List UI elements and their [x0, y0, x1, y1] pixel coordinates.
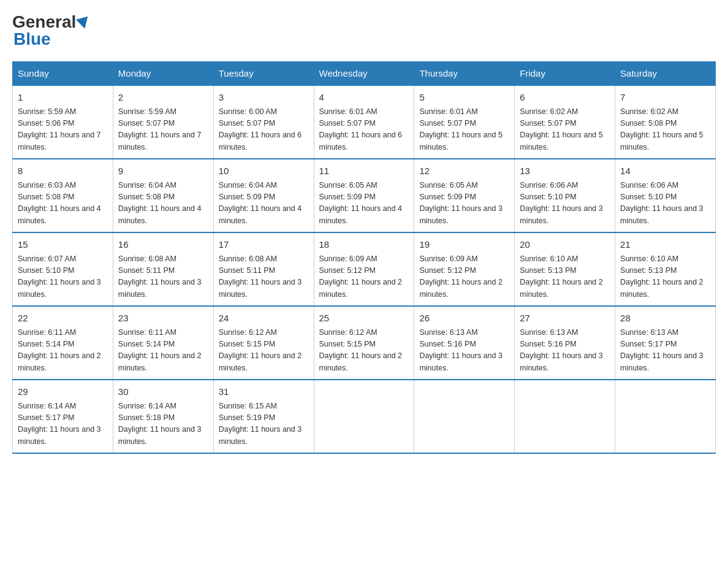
logo-triangle-icon: [76, 17, 91, 31]
calendar-cell: 20 Sunrise: 6:10 AM Sunset: 5:13 PM Dayl…: [515, 232, 615, 306]
calendar-cell: 6 Sunrise: 6:02 AM Sunset: 5:07 PM Dayli…: [515, 85, 615, 159]
day-number: 31: [219, 385, 309, 399]
calendar-cell: 7 Sunrise: 6:02 AM Sunset: 5:08 PM Dayli…: [615, 85, 716, 159]
day-number: 7: [620, 91, 710, 105]
day-number: 21: [620, 238, 710, 252]
header-sunday: Sunday: [13, 62, 113, 86]
header-wednesday: Wednesday: [314, 62, 414, 86]
day-number: 27: [520, 312, 610, 326]
calendar-cell: 15 Sunrise: 6:07 AM Sunset: 5:10 PM Dayl…: [13, 232, 113, 306]
calendar-cell: 27 Sunrise: 6:13 AM Sunset: 5:16 PM Dayl…: [515, 306, 615, 380]
calendar-cell: 10 Sunrise: 6:04 AM Sunset: 5:09 PM Dayl…: [213, 159, 314, 232]
calendar-cell: 1 Sunrise: 5:59 AM Sunset: 5:06 PM Dayli…: [13, 85, 113, 159]
day-number: 2: [118, 91, 208, 105]
day-number: 30: [118, 385, 208, 399]
day-number: 18: [319, 238, 409, 252]
day-number: 29: [18, 385, 108, 399]
day-number: 24: [219, 312, 309, 326]
calendar-cell: 8 Sunrise: 6:03 AM Sunset: 5:08 PM Dayli…: [13, 159, 113, 232]
calendar-cell: 25 Sunrise: 6:12 AM Sunset: 5:15 PM Dayl…: [314, 306, 414, 380]
day-number: 8: [18, 164, 108, 178]
day-number: 3: [219, 91, 309, 105]
cell-info: Sunrise: 5:59 AM Sunset: 5:07 PM Dayligh…: [118, 106, 208, 154]
calendar-cell: [314, 380, 414, 453]
calendar-cell: 11 Sunrise: 6:05 AM Sunset: 5:09 PM Dayl…: [314, 159, 414, 232]
cell-info: Sunrise: 6:08 AM Sunset: 5:11 PM Dayligh…: [118, 253, 208, 301]
logo: General Blue: [12, 12, 89, 49]
cell-info: Sunrise: 6:14 AM Sunset: 5:17 PM Dayligh…: [18, 400, 108, 448]
calendar-week-row: 29 Sunrise: 6:14 AM Sunset: 5:17 PM Dayl…: [13, 380, 716, 453]
cell-info: Sunrise: 6:02 AM Sunset: 5:07 PM Dayligh…: [520, 106, 610, 154]
cell-info: Sunrise: 6:12 AM Sunset: 5:15 PM Dayligh…: [319, 327, 409, 375]
calendar-cell: 21 Sunrise: 6:10 AM Sunset: 5:13 PM Dayl…: [615, 232, 716, 306]
cell-info: Sunrise: 6:14 AM Sunset: 5:18 PM Dayligh…: [118, 400, 208, 448]
calendar-cell: 22 Sunrise: 6:11 AM Sunset: 5:14 PM Dayl…: [13, 306, 113, 380]
calendar-cell: [515, 380, 615, 453]
cell-info: Sunrise: 6:07 AM Sunset: 5:10 PM Dayligh…: [18, 253, 108, 301]
calendar-week-row: 1 Sunrise: 5:59 AM Sunset: 5:06 PM Dayli…: [13, 85, 716, 159]
day-number: 13: [520, 164, 610, 178]
cell-info: Sunrise: 6:01 AM Sunset: 5:07 PM Dayligh…: [319, 106, 409, 154]
cell-info: Sunrise: 6:05 AM Sunset: 5:09 PM Dayligh…: [319, 180, 409, 228]
cell-info: Sunrise: 6:13 AM Sunset: 5:16 PM Dayligh…: [419, 327, 509, 375]
calendar-week-row: 22 Sunrise: 6:11 AM Sunset: 5:14 PM Dayl…: [13, 306, 716, 380]
day-number: 16: [118, 238, 208, 252]
calendar-cell: 23 Sunrise: 6:11 AM Sunset: 5:14 PM Dayl…: [113, 306, 213, 380]
calendar-table: Sunday Monday Tuesday Wednesday Thursday…: [12, 61, 716, 454]
calendar-cell: 18 Sunrise: 6:09 AM Sunset: 5:12 PM Dayl…: [314, 232, 414, 306]
calendar-cell: 29 Sunrise: 6:14 AM Sunset: 5:17 PM Dayl…: [13, 380, 113, 453]
day-number: 19: [419, 238, 509, 252]
calendar-cell: 28 Sunrise: 6:13 AM Sunset: 5:17 PM Dayl…: [615, 306, 716, 380]
cell-info: Sunrise: 6:06 AM Sunset: 5:10 PM Dayligh…: [620, 180, 710, 228]
calendar-cell: 26 Sunrise: 6:13 AM Sunset: 5:16 PM Dayl…: [414, 306, 515, 380]
day-number: 12: [419, 164, 509, 178]
cell-info: Sunrise: 6:00 AM Sunset: 5:07 PM Dayligh…: [219, 106, 309, 154]
header-monday: Monday: [113, 62, 213, 86]
cell-info: Sunrise: 6:06 AM Sunset: 5:10 PM Dayligh…: [520, 180, 610, 228]
header-saturday: Saturday: [615, 62, 716, 86]
day-number: 14: [620, 164, 710, 178]
cell-info: Sunrise: 6:10 AM Sunset: 5:13 PM Dayligh…: [520, 253, 610, 301]
header-tuesday: Tuesday: [213, 62, 314, 86]
calendar-cell: 13 Sunrise: 6:06 AM Sunset: 5:10 PM Dayl…: [515, 159, 615, 232]
day-number: 22: [18, 312, 108, 326]
calendar-header-row: Sunday Monday Tuesday Wednesday Thursday…: [13, 62, 716, 86]
day-number: 9: [118, 164, 208, 178]
cell-info: Sunrise: 6:02 AM Sunset: 5:08 PM Dayligh…: [620, 106, 710, 154]
calendar-cell: 12 Sunrise: 6:05 AM Sunset: 5:09 PM Dayl…: [414, 159, 515, 232]
day-number: 23: [118, 312, 208, 326]
day-number: 26: [419, 312, 509, 326]
calendar-cell: 31 Sunrise: 6:15 AM Sunset: 5:19 PM Dayl…: [213, 380, 314, 453]
calendar-cell: [414, 380, 515, 453]
day-number: 11: [319, 164, 409, 178]
day-number: 1: [18, 91, 108, 105]
calendar-cell: 17 Sunrise: 6:08 AM Sunset: 5:11 PM Dayl…: [213, 232, 314, 306]
calendar-cell: 4 Sunrise: 6:01 AM Sunset: 5:07 PM Dayli…: [314, 85, 414, 159]
logo-blue-text: Blue: [13, 29, 51, 49]
cell-info: Sunrise: 6:13 AM Sunset: 5:17 PM Dayligh…: [620, 327, 710, 375]
day-number: 28: [620, 312, 710, 326]
cell-info: Sunrise: 6:04 AM Sunset: 5:08 PM Dayligh…: [118, 180, 208, 228]
calendar-week-row: 8 Sunrise: 6:03 AM Sunset: 5:08 PM Dayli…: [13, 159, 716, 232]
day-number: 6: [520, 91, 610, 105]
day-number: 5: [419, 91, 509, 105]
calendar-cell: 14 Sunrise: 6:06 AM Sunset: 5:10 PM Dayl…: [615, 159, 716, 232]
calendar-cell: 5 Sunrise: 6:01 AM Sunset: 5:07 PM Dayli…: [414, 85, 515, 159]
day-number: 15: [18, 238, 108, 252]
calendar-cell: [615, 380, 716, 453]
cell-info: Sunrise: 6:12 AM Sunset: 5:15 PM Dayligh…: [219, 327, 309, 375]
calendar-cell: 19 Sunrise: 6:09 AM Sunset: 5:12 PM Dayl…: [414, 232, 515, 306]
cell-info: Sunrise: 6:03 AM Sunset: 5:08 PM Dayligh…: [18, 180, 108, 228]
cell-info: Sunrise: 5:59 AM Sunset: 5:06 PM Dayligh…: [18, 106, 108, 154]
cell-info: Sunrise: 6:10 AM Sunset: 5:13 PM Dayligh…: [620, 253, 710, 301]
day-number: 20: [520, 238, 610, 252]
page-header: General Blue: [12, 12, 716, 49]
cell-info: Sunrise: 6:11 AM Sunset: 5:14 PM Dayligh…: [118, 327, 208, 375]
cell-info: Sunrise: 6:11 AM Sunset: 5:14 PM Dayligh…: [18, 327, 108, 375]
cell-info: Sunrise: 6:09 AM Sunset: 5:12 PM Dayligh…: [419, 253, 509, 301]
cell-info: Sunrise: 6:08 AM Sunset: 5:11 PM Dayligh…: [219, 253, 309, 301]
calendar-week-row: 15 Sunrise: 6:07 AM Sunset: 5:10 PM Dayl…: [13, 232, 716, 306]
cell-info: Sunrise: 6:01 AM Sunset: 5:07 PM Dayligh…: [419, 106, 509, 154]
day-number: 17: [219, 238, 309, 252]
header-friday: Friday: [515, 62, 615, 86]
